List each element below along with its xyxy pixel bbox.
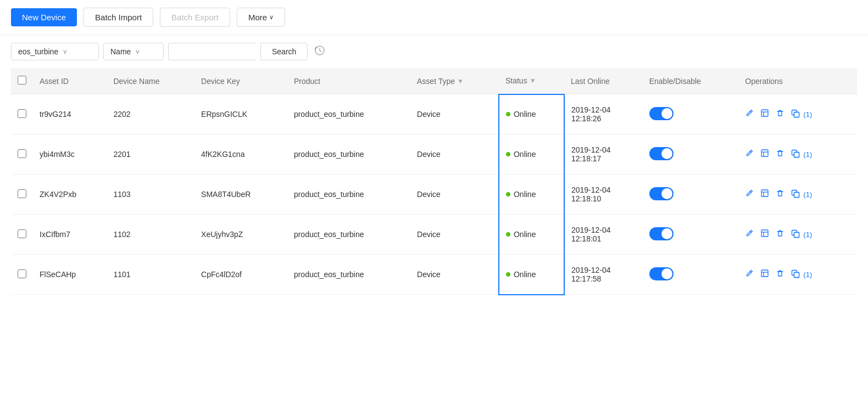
view-icon[interactable] [760,269,769,280]
edit-icon[interactable] [745,109,754,120]
status-label: Online [514,270,536,279]
device-table-container: Asset ID Device Name Device Key Product … [0,68,868,295]
sub-device-icon[interactable] [791,189,800,200]
view-icon[interactable] [760,109,769,120]
row-device-name: 1103 [107,175,194,215]
svg-rect-7 [761,150,768,156]
batch-import-button[interactable]: Batch Import [84,8,153,27]
edit-icon[interactable] [745,269,754,280]
header-last-online: Last Online [564,68,643,94]
history-icon[interactable] [314,45,325,59]
row-last-online: 2019-12-04 12:18:01 [564,215,643,255]
row-last-online: 2019-12-04 12:18:17 [564,134,643,175]
row-asset-id: tr9vG214 [33,94,107,134]
header-enable-disable: Enable/Disable [643,68,739,94]
row-device-name: 2201 [107,134,194,175]
row-checkbox-cell [11,215,33,255]
delete-icon[interactable] [776,109,784,120]
row-last-online: 2019-12-04 12:18:10 [564,175,643,215]
header-device-key: Device Key [194,68,287,94]
svg-rect-18 [794,192,799,197]
sub-count-label: (1) [803,150,812,159]
table-body: tr9vG214 2202 ERpsnGICLK product_eos_tur… [11,94,857,295]
row-status: Online [499,255,564,295]
enable-disable-toggle[interactable] [649,227,674,240]
svg-rect-24 [794,232,799,237]
enable-disable-toggle[interactable] [649,107,674,120]
row-status: Online [499,134,564,175]
enable-disable-toggle[interactable] [649,187,674,200]
view-icon[interactable] [760,149,769,160]
row-status: Online [499,175,564,215]
table-row: IxCIfbm7 1102 XeUjyhv3pZ product_eos_tur… [11,215,857,255]
row-product: product_eos_turbine [287,94,410,134]
row-asset-type: Device [410,255,499,295]
row-device-name: 1101 [107,255,194,295]
sub-device-icon[interactable] [791,229,800,240]
more-label: More [248,13,267,22]
delete-icon[interactable] [776,229,784,240]
row-status: Online [499,94,564,134]
enable-disable-toggle[interactable] [649,147,674,160]
search-button[interactable]: Search [260,43,308,60]
edit-icon[interactable] [745,149,754,160]
row-toggle-cell [643,255,739,295]
header-status: Status ▼ [499,68,564,94]
row-toggle-cell [643,215,739,255]
row-operations: (1) [738,215,857,255]
row-toggle-cell [643,175,739,215]
header-operations: Operations [738,68,857,94]
status-dot [506,192,510,196]
sub-count-label: (1) [803,190,812,199]
sub-device-icon[interactable] [791,149,800,160]
product-select[interactable]: eos_turbine ∨ [11,43,99,60]
row-operations: (1) [738,175,857,215]
more-button[interactable]: More ∨ [237,8,285,27]
sub-device-icon[interactable] [791,109,800,120]
row-product: product_eos_turbine [287,175,410,215]
enable-disable-toggle[interactable] [649,267,674,280]
edit-icon[interactable] [745,229,754,240]
filter-select[interactable]: Name ∨ [103,43,164,60]
delete-icon[interactable] [776,189,784,200]
sub-count-label: (1) [803,231,812,239]
svg-rect-1 [761,110,768,116]
filter-select-value: Name [110,47,131,56]
svg-rect-13 [761,190,768,196]
header-device-name: Device Name [107,68,194,94]
svg-rect-25 [761,270,768,277]
new-device-button[interactable]: New Device [11,8,77,26]
row-toggle-cell [643,134,739,175]
filter-chevron-icon: ∨ [135,48,140,55]
row-checkbox[interactable] [18,189,26,198]
sub-count-label: (1) [803,110,812,119]
status-label: Online [514,150,536,159]
search-input[interactable] [168,43,256,60]
toolbar: New Device Batch Import Batch Export Mor… [0,0,868,35]
asset-type-filter-icon[interactable]: ▼ [457,77,464,85]
view-icon[interactable] [760,229,769,240]
delete-icon[interactable] [776,269,784,280]
table-row: FlSeCAHp 1101 CpFc4lD2of product_eos_tur… [11,255,857,295]
delete-icon[interactable] [776,149,784,160]
row-checkbox-cell [11,94,33,134]
sub-device-icon[interactable] [791,269,800,280]
row-checkbox-cell [11,255,33,295]
view-icon[interactable] [760,189,769,200]
select-all-checkbox[interactable] [18,76,26,85]
svg-rect-12 [794,152,799,157]
device-table: Asset ID Device Name Device Key Product … [11,68,857,295]
row-checkbox-cell [11,175,33,215]
row-last-online: 2019-12-04 12:18:26 [564,94,643,134]
row-checkbox[interactable] [18,269,26,278]
row-checkbox-cell [11,134,33,175]
row-checkbox[interactable] [18,229,26,238]
status-filter-icon[interactable]: ▼ [530,77,536,85]
row-checkbox[interactable] [18,109,26,118]
edit-icon[interactable] [745,189,754,200]
row-product: product_eos_turbine [287,134,410,175]
svg-rect-30 [794,272,799,277]
row-asset-id: ZK4V2Pxb [33,175,107,215]
search-bar: eos_turbine ∨ Name ∨ Search [0,35,868,68]
row-checkbox[interactable] [18,149,26,158]
